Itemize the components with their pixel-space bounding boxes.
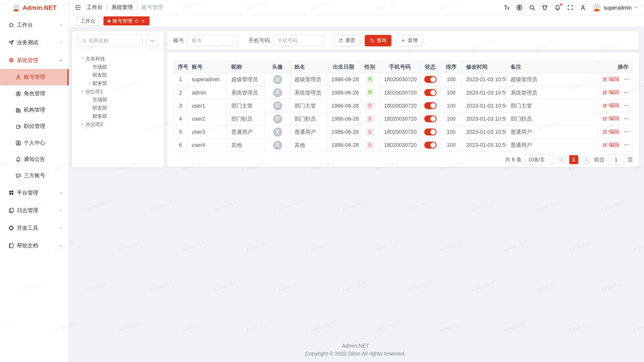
edit-button[interactable]: 编辑 <box>602 89 619 96</box>
row-more-button[interactable] <box>623 76 629 82</box>
cell-phone: 18020030720 <box>380 112 420 125</box>
tree-node[interactable]: 分公司1 <box>72 87 164 96</box>
account-input[interactable] <box>187 35 238 46</box>
breadcrumb-item[interactable]: 工作台 <box>87 4 103 11</box>
font-size-icon[interactable] <box>503 4 510 11</box>
sidebar-item-system-mgmt[interactable]: 系统管理 <box>0 51 69 69</box>
breadcrumb-item[interactable]: 账号管理 <box>142 4 163 11</box>
cell-actions: 编辑 <box>598 86 633 99</box>
status-switch[interactable] <box>424 128 437 135</box>
status-switch[interactable] <box>424 142 437 149</box>
cell-avatar: 其 <box>265 139 290 152</box>
close-icon[interactable] <box>141 19 145 23</box>
edit-button[interactable]: 编辑 <box>602 76 619 83</box>
gender-tag: 女 <box>366 115 374 123</box>
tree-node[interactable]: 财务部 <box>72 112 164 120</box>
sidebar-item-personal-center[interactable]: 个人中心 <box>0 135 69 151</box>
goto-page-input[interactable] <box>608 154 624 165</box>
caret-down-icon[interactable] <box>80 89 85 94</box>
row-more-button[interactable] <box>623 103 629 109</box>
sidebar-item-third-party-account[interactable]: 三方账号 <box>0 167 69 184</box>
row-more-button[interactable] <box>623 89 629 95</box>
status-switch[interactable] <box>424 102 437 109</box>
phone-field[interactable] <box>278 37 320 43</box>
page-size-select[interactable]: 10条/页 <box>525 154 554 165</box>
table-row[interactable]: 1superadmin超级管理员超超级管理员1986-06-28男1802003… <box>174 73 633 86</box>
sidebar-item-org-mgmt[interactable]: 机构管理 <box>0 102 69 118</box>
phone-input[interactable] <box>273 35 325 46</box>
sidebar-item-log-mgmt[interactable]: 日志管理 <box>0 202 69 219</box>
org-more-button[interactable] <box>146 34 158 47</box>
tree-node[interactable]: 大名科技 <box>72 55 164 63</box>
notification-icon[interactable] <box>554 4 561 11</box>
column-header-gender: 性别 <box>360 61 380 73</box>
status-switch[interactable] <box>424 76 437 83</box>
add-button[interactable]: 新增 <box>396 35 423 46</box>
row-more-button[interactable] <box>623 142 629 148</box>
sidebar-item-platform-mgmt[interactable]: 平台管理 <box>0 184 69 201</box>
reset-button[interactable]: 重置 <box>334 35 360 46</box>
logo-title: Admin.NET <box>23 4 57 11</box>
language-icon[interactable] <box>516 4 523 11</box>
chevron-down-icon <box>634 5 638 9</box>
prev-page-button[interactable] <box>557 155 566 164</box>
page-1-button[interactable]: 1 <box>569 155 578 164</box>
table-row[interactable]: 6user4其他其其他1986-06-28女180200307201002023… <box>174 139 633 152</box>
caret-placeholder <box>87 114 92 119</box>
tree-node[interactable]: 财务部 <box>72 79 164 87</box>
sidebar-item-business-test[interactable]: 业务测试 <box>0 34 69 51</box>
status-switch[interactable] <box>424 115 437 122</box>
search-icon[interactable] <box>529 4 536 11</box>
edit-button[interactable]: 编辑 <box>602 102 619 109</box>
tab-item-1[interactable]: 账号管理 <box>103 16 149 25</box>
caret-right-icon[interactable] <box>87 81 92 86</box>
edit-button[interactable]: 编辑 <box>602 141 619 149</box>
sidebar-item-role-mgmt[interactable]: 角色管理 <box>0 85 69 102</box>
breadcrumb-item[interactable]: 系统管理 <box>111 4 133 11</box>
next-page-button[interactable] <box>582 155 591 164</box>
caret-right-icon[interactable] <box>80 122 85 127</box>
sidebar-item-position-mgmt[interactable]: 职位管理 <box>0 118 69 134</box>
tree-node[interactable]: 研发部 <box>72 71 164 79</box>
query-button[interactable]: 查询 <box>365 35 391 46</box>
row-more-button[interactable] <box>623 129 629 135</box>
sidebar-menu: 工作台业务测试系统管理账号管理角色管理机构管理职位管理个人中心通知公告三方账号平… <box>0 15 69 362</box>
table-row[interactable]: 4user2部门职员部部门职员1986-06-28女18020030720100… <box>174 112 633 125</box>
org-search-field[interactable] <box>89 38 139 43</box>
tree-node[interactable]: 分公司2 <box>72 120 164 128</box>
app-window: Admin.NET 工作台业务测试系统管理账号管理角色管理机构管理职位管理个人中… <box>0 0 644 362</box>
sidebar-item-dev-tools[interactable]: 开发工具 <box>0 219 69 237</box>
cell-actions: 编辑 <box>598 73 633 86</box>
sidebar-item-help-docs[interactable]: 帮助文档 <box>0 237 69 254</box>
account-field[interactable] <box>192 37 234 43</box>
tab-item-0[interactable]: 工作台 <box>76 16 99 25</box>
profile-icon[interactable] <box>580 4 587 11</box>
cell-phone: 18020030720 <box>380 99 420 112</box>
org-search-input[interactable] <box>78 34 143 47</box>
user-menu[interactable]: superadmin <box>592 3 638 12</box>
sidebar-item-notice[interactable]: 通知公告 <box>0 151 69 167</box>
row-more-button[interactable] <box>623 116 629 122</box>
status-switch[interactable] <box>424 89 437 96</box>
theme-icon[interactable] <box>541 4 548 11</box>
footer: Admin.NET Copyright © 2022 Dilon All rig… <box>72 342 639 359</box>
fullscreen-icon[interactable] <box>567 4 574 11</box>
table-row[interactable]: 2admin系统管理员系系统管理员1986-06-28男180200307201… <box>174 86 633 99</box>
tree-node[interactable]: 研发部 <box>72 104 164 112</box>
refresh-icon[interactable] <box>134 19 139 23</box>
logo[interactable]: Admin.NET <box>0 0 69 15</box>
tree-node[interactable]: 市场部 <box>72 63 164 71</box>
edit-icon <box>602 77 607 82</box>
table-row[interactable]: 5user3普通用户普普通用户1986-06-28女18020030720100… <box>174 125 633 139</box>
sidebar-item-workbench[interactable]: 工作台 <box>0 16 69 34</box>
table-row[interactable]: 3user1部门主管部部门主管1986-06-28女18020030720100… <box>174 99 633 112</box>
tree-node-label: 分公司1 <box>86 88 103 95</box>
edit-button[interactable]: 编辑 <box>602 128 619 135</box>
caret-down-icon[interactable] <box>80 56 85 61</box>
edit-icon <box>602 116 607 121</box>
cell-nickname: 部门职员 <box>227 112 265 125</box>
edit-button[interactable]: 编辑 <box>602 115 619 122</box>
sidebar-item-account-mgmt[interactable]: 账号管理 <box>0 69 69 85</box>
tree-node[interactable]: 市场部 <box>72 96 164 104</box>
menu-fold-icon[interactable] <box>75 4 81 11</box>
